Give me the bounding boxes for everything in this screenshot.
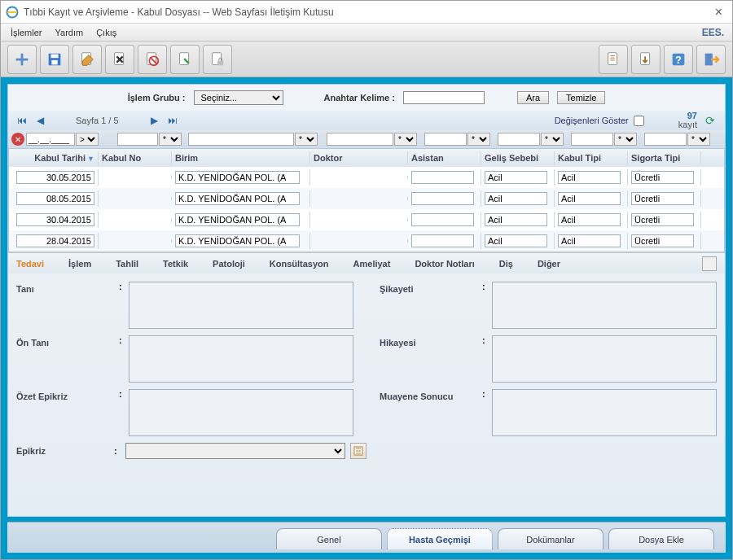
cell-birim[interactable]	[175, 192, 300, 205]
filter-asistan-op[interactable]: *	[467, 133, 490, 146]
prev-page-icon[interactable]: ◀	[34, 115, 46, 126]
next-page-icon[interactable]: ▶	[148, 115, 160, 126]
filter-doktor-input[interactable]	[327, 133, 393, 146]
cell-tipi[interactable]	[558, 192, 621, 205]
search-button[interactable]: Ara	[517, 91, 549, 104]
tab-ameliyat[interactable]: Ameliyat	[353, 259, 391, 269]
tab-diğer[interactable]: Diğer	[538, 259, 560, 269]
filter-asistan-input[interactable]	[424, 133, 467, 146]
tab-i̇şlem[interactable]: İşlem	[68, 259, 91, 269]
filter-date-input[interactable]	[26, 133, 75, 146]
menu-yardim[interactable]: Yardım	[49, 26, 90, 39]
cell-sigorta[interactable]	[631, 192, 694, 205]
cell-gelis[interactable]	[485, 192, 547, 205]
cell-tipi[interactable]	[558, 234, 621, 247]
exit-button[interactable]	[696, 45, 726, 74]
group-select[interactable]: Seçiniz...	[194, 90, 283, 105]
tab-patoloji[interactable]: Patoloji	[213, 259, 245, 269]
sikayet-field[interactable]	[492, 282, 717, 329]
cell-sigorta[interactable]	[631, 171, 694, 184]
muayene-field[interactable]	[492, 389, 717, 436]
cell-asistan[interactable]	[411, 192, 474, 205]
cell-birim[interactable]	[175, 234, 300, 247]
first-page-icon[interactable]: ⏮	[15, 115, 29, 126]
cell-gelis[interactable]	[485, 213, 547, 226]
filter-birim-op[interactable]: *	[295, 133, 318, 146]
cell-tipi[interactable]	[558, 171, 621, 184]
cancel-button[interactable]	[138, 45, 167, 74]
cell-date[interactable]	[16, 192, 94, 205]
tab-tahlil[interactable]: Tahlil	[116, 259, 138, 269]
table-row[interactable]	[9, 167, 724, 188]
tani-field[interactable]	[129, 282, 353, 329]
cell-asistan[interactable]	[411, 234, 474, 247]
delete-button[interactable]	[105, 45, 134, 74]
filter-birim-input[interactable]	[188, 133, 294, 146]
mark-button[interactable]	[170, 45, 200, 74]
col-asistan-label[interactable]: Asistan	[408, 151, 481, 164]
tab-diş[interactable]: Diş	[499, 259, 513, 269]
ozet-field[interactable]	[129, 389, 353, 436]
tab-tetkik[interactable]: Tetkik	[163, 259, 188, 269]
tab-doktor notları[interactable]: Doktor Notları	[415, 259, 474, 269]
ontani-field[interactable]	[129, 335, 353, 383]
col-doktor-label[interactable]: Doktor	[310, 151, 408, 164]
col-date-label[interactable]: Kabul Tarihi	[34, 153, 86, 163]
cell-sigorta[interactable]	[631, 234, 694, 247]
col-no-label[interactable]: Kabul No	[99, 151, 172, 164]
cell-gelis[interactable]	[485, 234, 547, 247]
cell-date[interactable]	[16, 234, 94, 247]
menu-cikis[interactable]: Çıkış	[90, 26, 123, 39]
bottom-tab-dokümanlar[interactable]: Dokümanlar	[498, 528, 604, 549]
filter-tipi-input[interactable]	[571, 133, 613, 146]
epikriz-open-icon[interactable]	[350, 443, 366, 459]
table-row[interactable]	[9, 209, 724, 230]
clear-button[interactable]: Temizle	[557, 91, 605, 104]
filter-gelis-op[interactable]: *	[541, 133, 564, 146]
clear-filter-icon[interactable]: ✕	[11, 133, 24, 146]
report-button[interactable]	[599, 45, 628, 74]
filter-no-op[interactable]: *	[159, 133, 182, 146]
cell-birim[interactable]	[175, 213, 300, 226]
cell-sigorta[interactable]	[631, 213, 694, 226]
filter-sigorta-input[interactable]	[644, 133, 687, 146]
col-tipi-label[interactable]: Kabul Tipi	[555, 151, 628, 164]
bottom-tab-hasta-geçmişi[interactable]: Hasta Geçmişi	[387, 528, 493, 549]
filter-date-op[interactable]: >=	[76, 133, 99, 146]
cell-date[interactable]	[16, 213, 94, 226]
grid-body[interactable]	[9, 167, 724, 252]
cell-date[interactable]	[16, 171, 94, 184]
col-gelis-label[interactable]: Geliş Sebebi	[481, 151, 555, 164]
filter-no-input[interactable]	[117, 133, 158, 146]
filter-doktor-op[interactable]: *	[394, 133, 417, 146]
cell-gelis[interactable]	[485, 171, 547, 184]
close-icon[interactable]: ×	[710, 5, 727, 20]
help-button[interactable]: ?	[664, 45, 693, 74]
tab-tedavi[interactable]: Tedavi	[16, 259, 44, 269]
hikaye-field[interactable]	[492, 335, 717, 383]
epikriz-select[interactable]	[125, 443, 345, 459]
filter-tipi-op[interactable]: *	[614, 133, 637, 146]
last-page-icon[interactable]: ⏭	[165, 115, 180, 126]
table-row[interactable]	[9, 188, 724, 209]
export-button[interactable]	[631, 45, 661, 74]
new-button[interactable]	[7, 45, 37, 74]
table-row[interactable]	[9, 230, 724, 252]
col-sigorta-label[interactable]: Sigorta Tipi	[628, 151, 701, 164]
edit-button[interactable]	[72, 45, 102, 74]
tab-tool-icon[interactable]	[702, 256, 717, 271]
filter-sigorta-op[interactable]: *	[687, 133, 710, 146]
menu-islemler[interactable]: İşlemler	[4, 26, 49, 39]
show-changes-checkbox[interactable]	[634, 116, 644, 126]
bottom-tab-genel[interactable]: Genel	[276, 528, 382, 549]
lock-button[interactable]	[203, 45, 232, 74]
bottom-tab-dosya-ekle[interactable]: Dosya Ekle	[608, 528, 714, 549]
cell-tipi[interactable]	[558, 213, 621, 226]
cell-asistan[interactable]	[411, 213, 474, 226]
filter-gelis-input[interactable]	[498, 133, 540, 146]
cell-asistan[interactable]	[411, 171, 474, 184]
save-button[interactable]	[40, 45, 69, 74]
cell-birim[interactable]	[175, 171, 300, 184]
col-birim-label[interactable]: Birim	[172, 151, 310, 164]
keyword-input[interactable]	[403, 91, 485, 104]
